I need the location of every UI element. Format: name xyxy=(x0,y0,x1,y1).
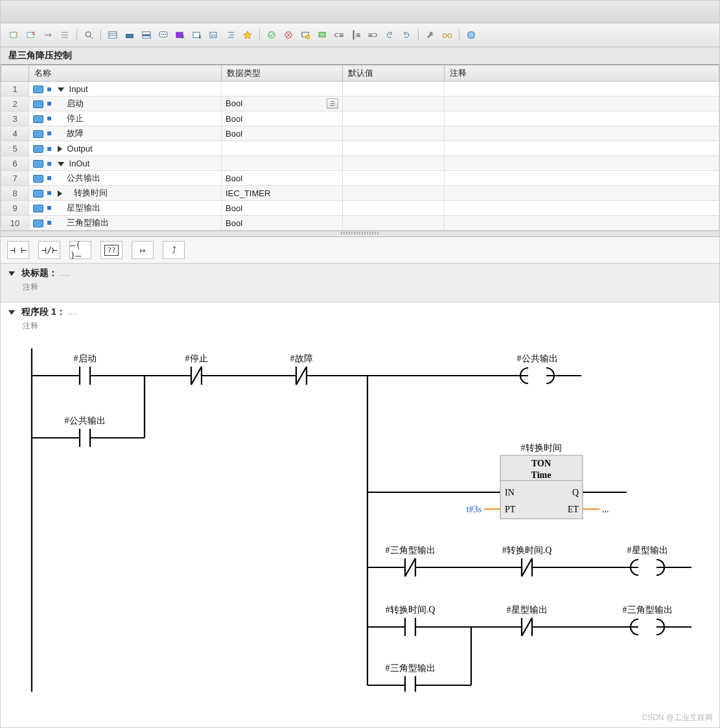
network-comment[interactable]: 注释 xyxy=(6,318,714,337)
cell-type[interactable]: Bool xyxy=(222,171,343,186)
ladder-elem-btn-5[interactable]: ⤴ xyxy=(163,241,185,259)
tool-lbrace-icon[interactable]: ⊂≡ xyxy=(332,28,346,42)
cell-name[interactable]: InOut xyxy=(29,156,222,171)
cell-name[interactable]: Input xyxy=(29,82,222,97)
col-default[interactable]: 默认值 xyxy=(343,65,445,82)
svg-text:TON: TON xyxy=(531,459,551,468)
cell-name[interactable]: 三角型输出 xyxy=(29,216,222,231)
cell-name[interactable]: 故障 xyxy=(29,126,222,141)
tool-rbrace-icon[interactable]: ≡⊃ xyxy=(366,28,380,42)
table-row[interactable]: 3 停止Bool xyxy=(1,111,719,126)
cell-default[interactable] xyxy=(343,186,445,201)
cell-comment[interactable] xyxy=(445,97,719,111)
tool-monitor1-icon[interactable] xyxy=(298,28,312,42)
cell-default[interactable] xyxy=(343,201,445,216)
tool-loopR-icon[interactable] xyxy=(399,28,413,42)
cell-comment[interactable] xyxy=(445,201,719,216)
tool-rows2-icon[interactable] xyxy=(122,28,137,42)
ladder-elem-btn-1[interactable]: ⊣/⊢ xyxy=(38,241,60,259)
tool-go-offline-icon[interactable] xyxy=(281,28,296,42)
tool-monitor2-icon[interactable] xyxy=(315,28,329,42)
cell-type[interactable]: Bool xyxy=(222,201,343,216)
ladder-elem-btn-3[interactable]: ?? xyxy=(100,241,122,259)
cell-name[interactable]: 转换时间 xyxy=(29,186,222,201)
cell-comment[interactable] xyxy=(445,126,719,141)
ladder-diagram[interactable]: #启动 #停止 #故障 #公共输出 #公共输出 #转换时间 TON Time I… xyxy=(6,337,714,698)
type-dropdown-icon[interactable]: ☰ xyxy=(327,98,338,109)
svg-text:#公共输出: #公共输出 xyxy=(517,354,558,363)
cell-name[interactable]: 星型输出 xyxy=(29,201,222,216)
cell-comment[interactable] xyxy=(445,186,719,201)
svg-text:Time: Time xyxy=(531,470,552,480)
cell-name[interactable]: 停止 xyxy=(29,111,222,126)
col-name[interactable]: 名称 xyxy=(29,65,222,82)
cell-type[interactable]: Bool xyxy=(222,111,343,126)
tool-go-online-icon[interactable] xyxy=(264,28,279,42)
tool-indent-icon[interactable] xyxy=(224,28,238,42)
cell-type[interactable]: Bool xyxy=(222,216,343,231)
svg-text:#三角型输出: #三角型输出 xyxy=(386,545,435,555)
tool-tag-plus-icon[interactable]: ± xyxy=(173,28,187,42)
bullet-icon xyxy=(47,147,51,151)
table-row[interactable]: 10 三角型输出Bool xyxy=(1,216,719,231)
table-row[interactable]: 4 故障Bool xyxy=(1,126,719,141)
tool-loopL-icon[interactable] xyxy=(382,28,397,42)
cell-default[interactable] xyxy=(343,97,445,111)
cell-default[interactable] xyxy=(343,171,445,186)
table-row[interactable]: 5 Output xyxy=(1,141,719,156)
col-comment[interactable]: 注释 xyxy=(445,65,719,82)
cell-type[interactable]: IEC_TIMER xyxy=(222,186,343,201)
block-comment[interactable]: 注释 xyxy=(6,279,714,298)
tool-tag3-icon[interactable]: kx xyxy=(207,28,221,42)
cell-type[interactable] xyxy=(222,141,343,156)
cell-type[interactable]: Bool☰ xyxy=(222,97,343,111)
tool-delete-network-icon[interactable] xyxy=(24,28,38,42)
ladder-elem-btn-2[interactable]: –( )– xyxy=(69,241,91,259)
col-type[interactable]: 数据类型 xyxy=(222,65,343,82)
cell-comment[interactable] xyxy=(445,141,719,156)
table-row[interactable]: 6 InOut xyxy=(1,156,719,171)
tool-comment-icon[interactable] xyxy=(156,28,170,42)
cell-comment[interactable] xyxy=(445,111,719,126)
tool-rows1-icon[interactable] xyxy=(106,28,120,42)
collapse-icon[interactable] xyxy=(8,310,15,315)
table-row[interactable]: 8 转换时间IEC_TIMER xyxy=(1,186,719,201)
cell-default[interactable] xyxy=(343,111,445,126)
cell-type[interactable]: Bool xyxy=(222,126,343,141)
tool-tag2-icon[interactable]: ± xyxy=(190,28,204,42)
table-row[interactable]: 1 Input xyxy=(1,82,719,97)
tool-lines-icon[interactable]: ┃≡ xyxy=(349,28,363,42)
cell-default[interactable] xyxy=(343,126,445,141)
table-row[interactable]: 2 启动Bool☰ xyxy=(1,97,719,111)
tool-star-icon[interactable] xyxy=(240,28,255,42)
horizontal-splitter[interactable] xyxy=(1,231,719,237)
tool-search-icon[interactable] xyxy=(82,28,96,42)
tool-list-icon[interactable] xyxy=(58,28,72,42)
cell-type[interactable] xyxy=(222,156,343,171)
cell-comment[interactable] xyxy=(445,171,719,186)
cell-default[interactable] xyxy=(343,216,445,231)
table-row[interactable]: 7 公共输出Bool xyxy=(1,171,719,186)
tool-nav-icon[interactable] xyxy=(41,28,55,42)
cell-type[interactable] xyxy=(222,82,343,97)
cell-default[interactable] xyxy=(343,156,445,171)
cell-default[interactable] xyxy=(343,82,445,97)
ladder-elem-btn-0[interactable]: ⊣ ⊢ xyxy=(7,241,29,259)
cell-name[interactable]: Output xyxy=(29,141,222,156)
tool-glasses-icon[interactable] xyxy=(440,28,454,42)
cell-comment[interactable] xyxy=(445,156,719,171)
cell-name[interactable]: 启动 xyxy=(29,97,222,111)
network-title-label[interactable]: 程序段 1： .... xyxy=(21,306,78,318)
tool-rows3-icon[interactable] xyxy=(139,28,154,42)
tool-insert-network-icon[interactable] xyxy=(7,28,21,42)
cell-name[interactable]: 公共输出 xyxy=(29,171,222,186)
table-row[interactable]: 9 星型输出Bool xyxy=(1,201,719,216)
tool-db-icon[interactable] xyxy=(464,28,478,42)
collapse-icon[interactable] xyxy=(8,271,15,276)
cell-comment[interactable] xyxy=(445,82,719,97)
tool-wrench-icon[interactable] xyxy=(423,28,437,42)
block-title-label[interactable]: 块标题： .... xyxy=(21,267,70,279)
cell-comment[interactable] xyxy=(445,216,719,231)
ladder-elem-btn-4[interactable]: ↦ xyxy=(132,241,154,259)
cell-default[interactable] xyxy=(343,141,445,156)
